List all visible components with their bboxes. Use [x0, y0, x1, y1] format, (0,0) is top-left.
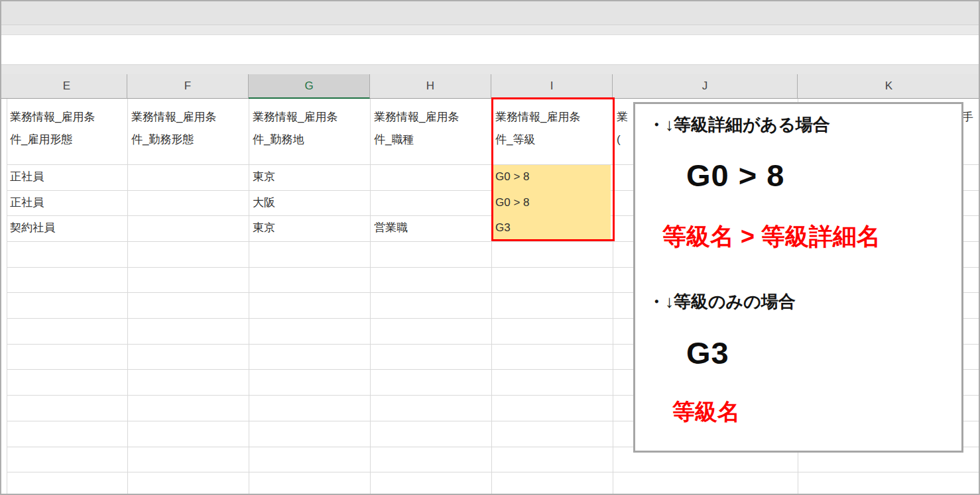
cell-text: ( [617, 133, 621, 146]
callout-section1-explanation: 等級名 > 等級詳細名 [662, 221, 881, 253]
gridline [127, 99, 128, 495]
cell-K1-fragment[interactable]: 手 [962, 106, 980, 129]
cell-text: 業務情報_雇用条 [10, 111, 95, 123]
cell-I2-highlighted[interactable]: G0 > 8 [495, 164, 608, 190]
cell-G1[interactable]: 業務情報_雇用条件_勤務地 [253, 106, 367, 150]
cell-E4[interactable]: 契約社員 [10, 215, 124, 241]
gridline [491, 99, 492, 495]
cell-H1[interactable]: 業務情報_雇用条件_職種 [374, 106, 488, 150]
column-header-G-selected[interactable]: G [249, 74, 370, 99]
cell-text: 件_勤務地 [253, 133, 304, 146]
column-header-J[interactable]: J [613, 74, 798, 99]
column-header-H[interactable]: H [370, 74, 491, 99]
cell-E1[interactable]: 業務情報_雇用条件_雇用形態 [10, 106, 124, 150]
column-header-E[interactable]: E [7, 74, 127, 99]
cell-G2[interactable]: 東京 [253, 164, 367, 190]
cell-I3-highlighted[interactable]: G0 > 8 [495, 190, 608, 216]
cell-H2[interactable] [374, 164, 488, 190]
cell-F1[interactable]: 業務情報_雇用条件_勤務形態 [131, 106, 245, 150]
gridline [370, 99, 371, 495]
formula-bar[interactable] [1, 35, 979, 65]
callout-section2-label: ・↓等級のみの場合 [648, 290, 796, 313]
cell-F2[interactable] [131, 164, 245, 190]
ribbon-lower-band [1, 25, 979, 35]
cell-H4[interactable]: 営業職 [374, 215, 488, 241]
gridline [7, 472, 980, 472]
cell-text: 業 [617, 111, 628, 123]
cell-text: 件_等級 [495, 133, 535, 146]
cell-E3[interactable]: 正社員 [10, 190, 124, 216]
cell-text: 件_雇用形態 [10, 133, 72, 146]
annotation-callout-box[interactable]: ・↓等級詳細がある場合 G0 > 8 等級名 > 等級詳細名 ・↓等級のみの場合… [633, 102, 963, 453]
cell-text: 手 [962, 111, 973, 123]
callout-section2-explanation: 等級名 [672, 397, 740, 427]
cell-text: 件_勤務形態 [131, 133, 194, 146]
cell-text: 件_職種 [374, 133, 414, 146]
cell-F3[interactable] [131, 190, 245, 216]
cell-text: 業務情報_雇用条 [374, 111, 459, 123]
excel-window: E F G H I J K 業務情報_雇用条件_雇用形態 業務情報_雇用条件_勤… [0, 0, 980, 495]
callout-section1-label: ・↓等級詳細がある場合 [648, 113, 830, 137]
cell-E2[interactable]: 正社員 [10, 164, 124, 190]
cell-text: 業務情報_雇用条 [495, 111, 580, 123]
cell-F4[interactable] [131, 215, 245, 241]
cell-text: 業務情報_雇用条 [131, 111, 216, 123]
column-header-I[interactable]: I [491, 74, 613, 99]
cell-text: 業務情報_雇用条 [253, 111, 337, 123]
column-header-F[interactable]: F [127, 74, 249, 99]
callout-section1-example: G0 > 8 [686, 157, 784, 193]
cell-I4-highlighted[interactable]: G3 [495, 215, 608, 241]
cell-H3[interactable] [374, 190, 488, 216]
column-header-K[interactable]: K [798, 74, 980, 99]
cell-I1[interactable]: 業務情報_雇用条件_等級 [495, 106, 609, 150]
gridline [249, 99, 249, 495]
cell-G3[interactable]: 大阪 [253, 190, 367, 216]
cell-G4[interactable]: 東京 [253, 215, 367, 241]
gridline [7, 99, 7, 495]
callout-section2-example: G3 [686, 335, 729, 371]
header-gap-band [1, 65, 979, 74]
ribbon-band [1, 1, 979, 25]
gridline [613, 99, 613, 495]
